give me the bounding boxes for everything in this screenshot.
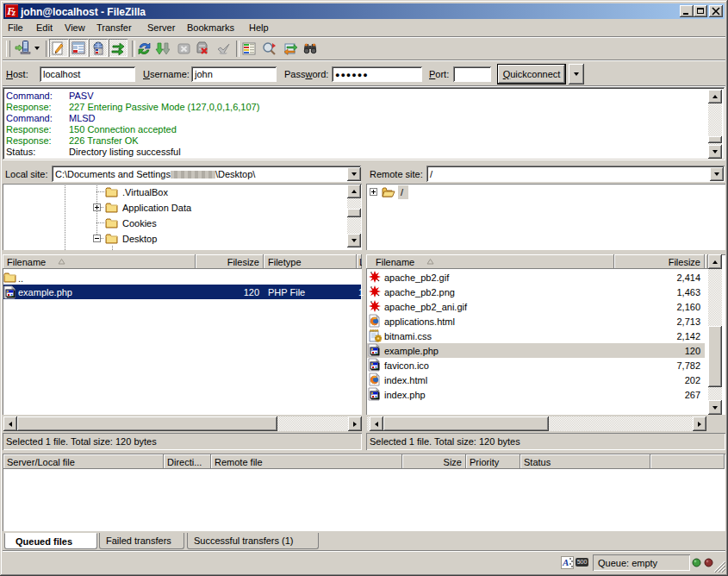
- svg-text:z: z: [11, 8, 16, 17]
- svg-text:A: A: [562, 557, 569, 567]
